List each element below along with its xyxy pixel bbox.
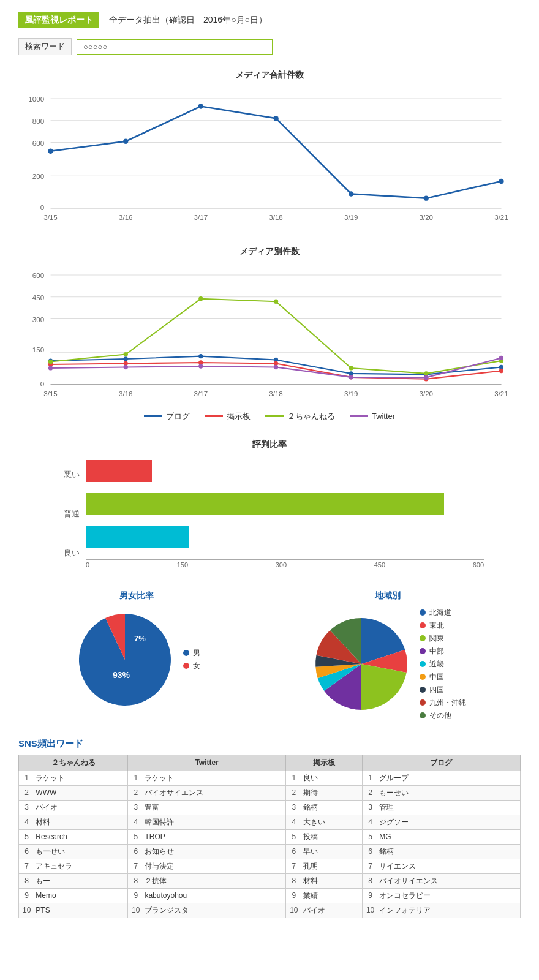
sns-col-blog: ブログ bbox=[362, 755, 520, 771]
gender-female-label: 女 bbox=[193, 661, 200, 671]
table-cell-word: 大きい bbox=[302, 815, 363, 829]
table-cell-rank: 1 bbox=[286, 771, 302, 785]
table-cell-rank: 6 bbox=[362, 844, 378, 859]
table-cell-word: Research bbox=[34, 829, 127, 844]
region-kyushu-label: 九州・沖縄 bbox=[429, 698, 466, 708]
rating-bar-row-good bbox=[86, 526, 484, 548]
svg-text:3/18: 3/18 bbox=[269, 390, 282, 398]
rating-bar-bad bbox=[86, 460, 152, 482]
rating-bar-row-bad bbox=[86, 460, 484, 482]
region-shikoku-dot bbox=[420, 687, 426, 693]
table-row: 2WWW2バイオサイエンス2期待2もーせい bbox=[19, 785, 521, 800]
table-row: 4材料4韓国特許4大きい4ジグソー bbox=[19, 815, 521, 829]
table-cell-word: グループ bbox=[378, 771, 520, 785]
region-kinki-dot bbox=[420, 661, 426, 667]
rating-label-bad: 悪い bbox=[55, 469, 80, 480]
svg-point-63 bbox=[499, 356, 503, 360]
media-total-chart-title: メディア合計件数 bbox=[18, 70, 521, 81]
rating-axis-600: 600 bbox=[473, 561, 484, 568]
pie-charts-section: 男女比率 7% 93% bbox=[18, 590, 521, 721]
svg-point-17 bbox=[499, 179, 503, 184]
search-input[interactable] bbox=[77, 39, 273, 55]
sns-col-bbs: 掲示板 bbox=[286, 755, 363, 771]
region-pie-legend: 北海道 東北 関東 中部 近畿 bbox=[420, 608, 466, 721]
chart2-legend: ブログ 掲示板 ２ちゃんねる Twitter bbox=[18, 411, 521, 422]
region-kanto-label: 関東 bbox=[429, 633, 444, 644]
table-cell-rank: 4 bbox=[286, 815, 302, 829]
region-other-label: その他 bbox=[429, 710, 451, 721]
table-cell-word: 銘柄 bbox=[378, 844, 520, 859]
table-cell-word: TROP bbox=[143, 829, 285, 844]
table-cell-word: ２抗体 bbox=[143, 873, 285, 888]
svg-text:600: 600 bbox=[32, 273, 44, 280]
table-cell-rank: 8 bbox=[362, 873, 378, 888]
svg-text:3/19: 3/19 bbox=[344, 214, 358, 221]
region-chugoku-dot bbox=[420, 674, 426, 680]
sns-section: SNS頻出ワード ２ちゃんねる Twitter 掲示板 ブログ 1ラケット1ラケ… bbox=[18, 738, 521, 918]
table-cell-word: もー bbox=[34, 873, 127, 888]
region-other-dot bbox=[420, 712, 426, 718]
table-cell-word: サイエンス bbox=[378, 859, 520, 873]
rating-x-axis: 0 150 300 450 600 bbox=[86, 559, 484, 568]
svg-text:3/16: 3/16 bbox=[119, 214, 132, 221]
rating-axis-300: 300 bbox=[276, 561, 287, 568]
svg-point-59 bbox=[198, 364, 203, 369]
table-cell-rank: 2 bbox=[19, 785, 35, 800]
table-cell-word: 銘柄 bbox=[302, 800, 363, 815]
table-row: 7アキュセラ7付与決定7孔明7サイエンス bbox=[19, 859, 521, 873]
table-cell-word: ラケット bbox=[143, 771, 285, 785]
table-cell-rank: 2 bbox=[362, 785, 378, 800]
region-hokkaido-dot bbox=[420, 609, 426, 616]
svg-point-53 bbox=[274, 300, 278, 304]
table-row: 8もー8２抗体8材料8バイオサイエンス bbox=[19, 873, 521, 888]
svg-point-15 bbox=[349, 191, 353, 196]
media-by-type-chart-container: 600 450 300 150 0 bbox=[18, 262, 521, 421]
table-cell-rank: 1 bbox=[128, 771, 144, 785]
table-cell-rank: 9 bbox=[19, 888, 35, 903]
gender-female-dot bbox=[183, 663, 189, 669]
svg-text:3/20: 3/20 bbox=[420, 390, 433, 398]
legend-2ch-label: ２ちゃんねる bbox=[287, 411, 335, 422]
svg-text:93%: 93% bbox=[113, 670, 130, 680]
legend-2ch: ２ちゃんねる bbox=[265, 411, 335, 422]
svg-point-12 bbox=[123, 139, 128, 144]
table-row: 10PTS10ブランジスタ10バイオ10インフォテリア bbox=[19, 903, 521, 918]
table-cell-rank: 8 bbox=[19, 873, 35, 888]
table-cell-rank: 10 bbox=[362, 903, 378, 918]
table-cell-rank: 8 bbox=[128, 873, 144, 888]
gender-male-label: 男 bbox=[193, 648, 200, 658]
legend-blog-line bbox=[144, 415, 162, 417]
table-cell-rank: 5 bbox=[19, 829, 35, 844]
search-label: 検索ワード bbox=[18, 38, 72, 55]
table-cell-word: 業績 bbox=[302, 888, 363, 903]
table-cell-word: 孔明 bbox=[302, 859, 363, 873]
gender-pie-block: 男女比率 7% 93% bbox=[73, 590, 200, 712]
table-cell-rank: 3 bbox=[362, 800, 378, 815]
table-cell-rank: 2 bbox=[286, 785, 302, 800]
table-cell-rank: 1 bbox=[19, 771, 35, 785]
table-row: 9Memo9kabutoyohou9業績9オンコセラビー bbox=[19, 888, 521, 903]
region-legend-tohoku: 東北 bbox=[420, 620, 466, 631]
rating-bar-normal bbox=[86, 493, 444, 515]
svg-text:800: 800 bbox=[32, 118, 44, 125]
region-legend-other: その他 bbox=[420, 710, 466, 721]
table-cell-rank: 4 bbox=[19, 815, 35, 829]
svg-text:3/18: 3/18 bbox=[269, 214, 282, 221]
table-cell-word: もーせい bbox=[378, 785, 520, 800]
table-cell-rank: 4 bbox=[362, 815, 378, 829]
svg-text:1000: 1000 bbox=[28, 96, 44, 103]
report-title-badge: 風評監視レポート bbox=[18, 12, 99, 28]
table-cell-word: 期待 bbox=[302, 785, 363, 800]
legend-twitter-line bbox=[350, 415, 368, 417]
header-subtitle: 全データ抽出（確認日 2016年○月○日） bbox=[109, 15, 267, 26]
table-cell-rank: 3 bbox=[19, 800, 35, 815]
region-tohoku-label: 東北 bbox=[429, 620, 444, 631]
table-cell-word: バイオサイエンス bbox=[378, 873, 520, 888]
table-cell-rank: 7 bbox=[286, 859, 302, 873]
legend-blog: ブログ bbox=[144, 411, 190, 422]
table-cell-rank: 8 bbox=[286, 873, 302, 888]
sns-col-2ch: ２ちゃんねる bbox=[19, 755, 128, 771]
region-chugoku-label: 中国 bbox=[429, 672, 444, 682]
rating-label-normal: 普通 bbox=[55, 508, 80, 519]
table-cell-rank: 9 bbox=[286, 888, 302, 903]
